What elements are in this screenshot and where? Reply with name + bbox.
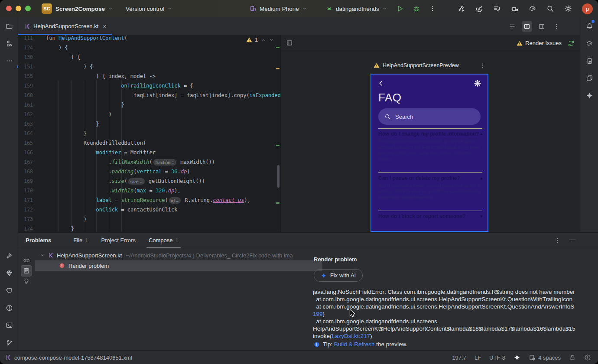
status-file[interactable]: compose-compose-model-1758748140651.xml	[5, 351, 132, 364]
file-encoding[interactable]: UTF-8	[489, 354, 505, 361]
project-folder-icon[interactable]	[0, 17, 18, 35]
caret-position[interactable]: 197:7	[452, 354, 466, 361]
tab-file[interactable]: File1	[67, 233, 94, 248]
more-tools-icon[interactable]	[0, 52, 18, 69]
user-avatar[interactable]: p	[582, 3, 593, 14]
panel-options-icon[interactable]	[554, 237, 561, 244]
minimize-panel-icon[interactable]: —	[569, 236, 575, 243]
running-devices-icon[interactable]	[580, 69, 598, 87]
code-line[interactable]: 174 }	[18, 226, 280, 232]
expand-icon[interactable]: ▾	[480, 213, 482, 220]
back-icon[interactable]	[377, 80, 384, 87]
preview-pane-icon[interactable]	[536, 21, 547, 32]
project-icon[interactable]: SC	[42, 3, 52, 14]
code-line[interactable]: 163 }	[18, 121, 280, 130]
code-line[interactable]: 160 faqList[index] = faqList[index].copy…	[18, 92, 280, 102]
code-line[interactable]: 111fun HelpAndSupportContent(	[18, 35, 280, 45]
next-problem-icon[interactable]	[269, 37, 274, 43]
code-editor[interactable]: 111fun HelpAndSupportContent(124 ) {130 …	[18, 35, 281, 232]
settings-gear-icon[interactable]	[564, 5, 572, 13]
code-line[interactable]: 171 label = stringResource(id = R.string…	[18, 197, 280, 207]
gem-icon[interactable]	[0, 264, 18, 282]
refresh-preview-icon[interactable]	[568, 40, 575, 47]
attach-debugger-icon[interactable]	[511, 5, 519, 13]
render-problem-row[interactable]: Render problem	[35, 260, 322, 271]
render-issues-button[interactable]: Render Issues	[517, 40, 562, 46]
collapse-icon[interactable]: ▴	[480, 175, 482, 182]
fix-with-ai-button[interactable]: Fix with AI	[314, 269, 363, 282]
code-line[interactable]: 124 ) {	[18, 45, 280, 54]
gradle-icon[interactable]	[580, 35, 598, 52]
code-line[interactable]: 130 ) {	[18, 54, 280, 64]
ai-sparkle-icon[interactable]	[514, 354, 520, 361]
split-editor-icon[interactable]	[522, 21, 532, 32]
macos-zoom-button[interactable]	[25, 6, 31, 11]
structure-view-icon[interactable]	[507, 21, 517, 32]
readonly-alert-icon[interactable]	[584, 354, 591, 361]
history-icon[interactable]	[493, 5, 501, 13]
chevron-down-icon[interactable]	[40, 253, 45, 258]
inspection-widget[interactable]: 1	[246, 37, 274, 43]
problems-icon[interactable]	[0, 299, 18, 316]
line-ending[interactable]: LF	[474, 354, 481, 361]
build-hammer-icon[interactable]	[0, 247, 18, 264]
terminal-icon[interactable]	[0, 316, 18, 334]
code-line[interactable]: 162 )	[18, 111, 280, 121]
build-refresh-link[interactable]: Build & Refresh	[334, 341, 375, 348]
code-line[interactable]: 159 onTrailingIconClick = {	[18, 83, 280, 92]
collapse-icon[interactable]: ▴	[480, 131, 482, 137]
code-line[interactable]: 170 .widthIn(max = 320.dp),	[18, 188, 280, 197]
run-configuration-selector[interactable]: datingandfriends	[326, 0, 387, 17]
preview-menu-icon[interactable]	[479, 62, 486, 69]
resource-manager-icon[interactable]	[0, 35, 18, 52]
preview-layout-icon[interactable]	[286, 39, 293, 46]
code-line[interactable]: 167 .fillMaxWidth(fraction = maxWidth())	[18, 159, 280, 169]
problems-file-row[interactable]: HelpAndSupportScreen.kt ~/AndroidStudioP…	[35, 250, 322, 260]
logcat-icon[interactable]	[0, 282, 18, 299]
trace-link[interactable]: LazyDsl.kt:217	[332, 333, 370, 339]
version-control-menu[interactable]: Version control	[126, 0, 172, 17]
editor-scrollbar[interactable]	[277, 165, 280, 188]
code-line[interactable]: 172 onClick = contactUsOnClick	[18, 207, 280, 216]
trace-link[interactable]: 199	[313, 311, 323, 317]
previous-problem-icon[interactable]	[260, 37, 266, 43]
faq-item[interactable]: Can I pause or delete my profile?▴Yes. I…	[378, 173, 482, 200]
compose-preview-frame[interactable]: FAQ Search How do I change my profile in…	[370, 74, 488, 232]
more-actions-icon[interactable]	[429, 5, 436, 12]
macos-close-button[interactable]	[6, 6, 12, 11]
preview-card-header[interactable]: HelpAndSupportScreenPreview	[374, 62, 486, 68]
project-menu[interactable]: Screen2Compose	[55, 0, 113, 17]
debug-button[interactable]	[413, 5, 420, 13]
code-line[interactable]: 166 modifier = Modifier	[18, 150, 280, 159]
macos-minimize-button[interactable]	[16, 6, 21, 11]
faq-search-bar[interactable]: Search	[378, 108, 481, 125]
code-line[interactable]: 169 .size(size = getButtonHeight())	[18, 178, 280, 188]
quick-fix-bulb-icon[interactable]	[21, 276, 32, 286]
build-run-icon[interactable]	[458, 5, 465, 13]
lock-open-icon[interactable]	[569, 354, 576, 361]
run-button[interactable]	[396, 5, 404, 13]
indent-widget[interactable]: 4 spaces	[529, 354, 561, 361]
faq-item[interactable]: How do I change my profile information?▴…	[378, 129, 482, 162]
gear-icon[interactable]	[474, 79, 481, 87]
code-line[interactable]: 161 }	[18, 102, 280, 111]
code-line[interactable]: 155 ) { index, model ->	[18, 73, 280, 83]
device-manager-icon[interactable]	[580, 52, 598, 69]
device-selector[interactable]: Medium Phone	[250, 0, 307, 17]
tab-compose[interactable]: Compose1	[142, 233, 185, 248]
tab-help-and-support-screen[interactable]: HelpAndSupportScreen.kt ×	[18, 17, 112, 35]
faq-item[interactable]: How do I block or report someone?▾	[378, 211, 482, 226]
code-line[interactable]: 173 )	[18, 216, 280, 226]
code-line[interactable]: 151 ) {	[18, 64, 280, 73]
tab-project-errors[interactable]: Project Errors	[94, 233, 142, 248]
preview-problem-eye-icon[interactable]	[21, 255, 32, 266]
code-line[interactable]: 164 }	[18, 130, 280, 140]
code-line[interactable]: 168 .padding(vertical = 36.dp)	[18, 169, 280, 178]
search-icon[interactable]	[546, 5, 554, 13]
gradle-sync-icon[interactable]	[529, 5, 536, 13]
open-editor-preview-icon[interactable]	[21, 266, 32, 276]
notifications-icon[interactable]	[580, 17, 598, 35]
code-line[interactable]: 165 RoundedFilledButton(	[18, 140, 280, 150]
run-anything-icon[interactable]	[475, 5, 483, 13]
editor-options-icon[interactable]	[551, 21, 562, 32]
